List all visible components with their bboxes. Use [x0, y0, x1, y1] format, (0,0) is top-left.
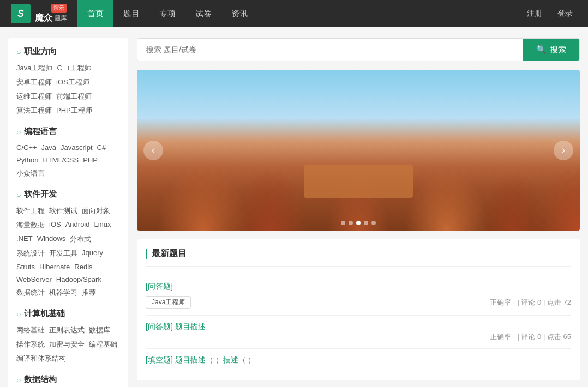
sidebar-link-javascript[interactable]: Javascript	[61, 142, 93, 153]
sidebar-link-recommend[interactable]: 推荐	[82, 287, 96, 299]
search-bar: 🔍 搜索	[137, 38, 580, 61]
sidebar-link-linux[interactable]: Linux	[94, 219, 111, 231]
sidebar-link-cpp-engineer[interactable]: C++工程师	[57, 62, 92, 74]
sidebar-section-software: ○ 软件开发 软件工程 软件测试 面向对象 海量数据 iOS Android L…	[16, 189, 120, 299]
sidebar-link-dev-tools[interactable]: 开发工具	[49, 247, 77, 259]
nav-item-special[interactable]: 专项	[149, 0, 185, 27]
question-tag-2[interactable]: [问答题]	[146, 322, 173, 331]
sidebar-link-html-css[interactable]: HTML/CSS	[43, 155, 79, 165]
sidebar-link-software-eng[interactable]: 软件工程	[16, 205, 45, 217]
sidebar-title-software: ○ 软件开发	[16, 189, 120, 199]
sidebar-link-struts[interactable]: Struts	[16, 262, 35, 272]
nav-item-home[interactable]: 首页	[77, 0, 113, 27]
question-tag-3[interactable]: [填空题]	[146, 355, 173, 364]
sidebar-link-csharp[interactable]: C#	[97, 142, 106, 153]
question-tag-1[interactable]: [问答题]	[146, 282, 173, 291]
sidebar-link-android-engineer[interactable]: 安卓工程师	[16, 76, 52, 88]
banner-dot-1[interactable]	[341, 221, 345, 225]
sidebar-link-dotnet[interactable]: .NET	[16, 233, 33, 245]
circle-icon-software: ○	[16, 190, 21, 199]
header: S 演示 魔众 题库 首页 题目 专项 试卷 资讯 注册 登录	[0, 0, 588, 27]
question-title-3[interactable]: 题目描述（ ）描述（ ）	[175, 355, 256, 364]
sidebar-link-java-engineer[interactable]: Java工程师	[16, 62, 52, 74]
sidebar-link-niche[interactable]: 小众语言	[16, 167, 45, 179]
sidebar-link-java[interactable]: Java	[41, 142, 56, 153]
sidebar-link-compiler[interactable]: 编译和体系结构	[16, 353, 66, 365]
sidebar-link-big-data[interactable]: 海量数据	[16, 219, 45, 231]
nav-item-exam[interactable]: 试卷	[185, 0, 221, 27]
sidebar-link-os[interactable]: 操作系统	[16, 338, 45, 350]
sidebar-section-lang: ○ 编程语言 C/C++ Java Javascript C# Python H…	[16, 126, 120, 179]
sidebar-link-php-engineer[interactable]: PHP工程师	[56, 105, 92, 117]
sidebar-link-database[interactable]: 数据库	[89, 324, 110, 336]
login-button[interactable]: 登录	[553, 7, 577, 21]
banner-dot-5[interactable]	[371, 221, 376, 225]
content-area: 🔍 搜索 ‹ › 最新题目	[137, 38, 580, 387]
nav-item-questions[interactable]: 题目	[113, 0, 149, 27]
banner-next-button[interactable]: ›	[554, 141, 573, 160]
circle-icon-lang: ○	[16, 128, 21, 136]
section-header: 最新题目	[146, 248, 571, 267]
banner-prev-button[interactable]: ‹	[143, 141, 163, 160]
sidebar-links-lang: C/C++ Java Javascript C# Python HTML/CSS…	[16, 142, 120, 179]
search-button[interactable]: 🔍 搜索	[523, 39, 579, 61]
search-icon: 🔍	[536, 45, 547, 55]
register-button[interactable]: 注册	[523, 7, 547, 21]
sidebar-link-ios-dev[interactable]: iOS	[49, 219, 61, 231]
banner-dot-3[interactable]	[356, 221, 361, 225]
banner-dots	[341, 221, 376, 225]
question-stats-1: 正确率 - | 评论 0 | 点击 72	[490, 298, 571, 307]
sidebar-link-php[interactable]: PHP	[83, 155, 98, 165]
sidebar-link-data-stat[interactable]: 数据统计	[16, 287, 45, 299]
search-input[interactable]	[137, 39, 523, 61]
logo-demo-badge: 演示	[51, 4, 67, 13]
circle-icon-ds: ○	[16, 376, 21, 384]
sidebar-link-ops-engineer[interactable]: 运维工程师	[16, 90, 52, 102]
banner: ‹ ›	[137, 70, 580, 231]
sidebar-link-python[interactable]: Python	[16, 155, 38, 165]
sidebar-link-algo-engineer[interactable]: 算法工程师	[16, 105, 52, 117]
logo-subtitle: 题库	[55, 14, 67, 22]
sidebar-link-jquery[interactable]: Jquery	[82, 247, 103, 259]
banner-overlay	[304, 165, 413, 198]
banner-dot-2[interactable]	[349, 221, 353, 225]
sidebar-link-ml[interactable]: 机器学习	[49, 287, 77, 299]
sidebar-link-prog-basics[interactable]: 编程基础	[89, 338, 117, 350]
logo-s-icon: S	[17, 8, 24, 20]
section-bar-accent	[146, 249, 147, 259]
sidebar-link-regex[interactable]: 正则表达式	[49, 324, 85, 336]
logo-area[interactable]: S 演示 魔众 题库	[11, 4, 67, 24]
header-right: 注册 登录	[523, 7, 577, 21]
banner-dot-4[interactable]	[364, 221, 368, 225]
sidebar-link-ios-engineer[interactable]: iOS工程师	[56, 76, 89, 88]
nav-item-news[interactable]: 资讯	[221, 0, 257, 27]
sidebar-link-webserver[interactable]: WebServer	[16, 274, 52, 285]
sidebar-section-career: ○ 职业方向 Java工程师 C++工程师 安卓工程师 iOS工程师 运维工程师…	[16, 46, 120, 117]
sidebar-link-security[interactable]: 加密与安全	[49, 338, 85, 350]
sidebar-link-distributed[interactable]: 分布式	[70, 233, 91, 245]
question-category-1[interactable]: Java工程师	[146, 296, 191, 309]
question-stats-2: 正确率 - | 评论 0 | 点击 65	[146, 332, 571, 342]
question-meta-1: Java工程师 正确率 - | 评论 0 | 点击 72	[146, 296, 571, 309]
sidebar-links-software: 软件工程 软件测试 面向对象 海量数据 iOS Android Linux .N…	[16, 205, 120, 299]
sidebar-link-oop[interactable]: 面向对象	[82, 205, 110, 217]
sidebar-link-c-cpp[interactable]: C/C++	[16, 142, 37, 153]
sidebar-link-system-design[interactable]: 系统设计	[16, 247, 45, 259]
sidebar-link-windows[interactable]: Windows	[37, 233, 66, 245]
sidebar-link-software-test[interactable]: 软件测试	[49, 205, 77, 217]
sidebar-link-network[interactable]: 网络基础	[16, 324, 45, 336]
question-item-3: [填空题] 题目描述（ ）描述（ ）	[146, 349, 571, 372]
sidebar-title-cs: ○ 计算机基础	[16, 309, 120, 319]
question-title-2[interactable]: 题目描述	[175, 322, 206, 331]
search-button-label: 搜索	[550, 45, 566, 55]
sidebar-title-ds: ○ 数据结构	[16, 374, 120, 385]
sidebar-link-hadoop[interactable]: Hadoop/Spark	[56, 274, 101, 285]
sidebar-links-cs: 网络基础 正则表达式 数据库 操作系统 加密与安全 编程基础 编译和体系结构	[16, 324, 120, 365]
sidebar-link-hibernate[interactable]: Hibernate	[39, 262, 70, 272]
circle-icon-cs: ○	[16, 310, 21, 318]
sidebar: ○ 职业方向 Java工程师 C++工程师 安卓工程师 iOS工程师 运维工程师…	[8, 38, 128, 387]
sidebar-link-android-dev[interactable]: Android	[65, 219, 90, 231]
sidebar-link-frontend-engineer[interactable]: 前端工程师	[56, 90, 92, 102]
sidebar-link-redis[interactable]: Redis	[74, 262, 92, 272]
sidebar-section-cs: ○ 计算机基础 网络基础 正则表达式 数据库 操作系统 加密与安全 编程基础 编…	[16, 309, 120, 365]
